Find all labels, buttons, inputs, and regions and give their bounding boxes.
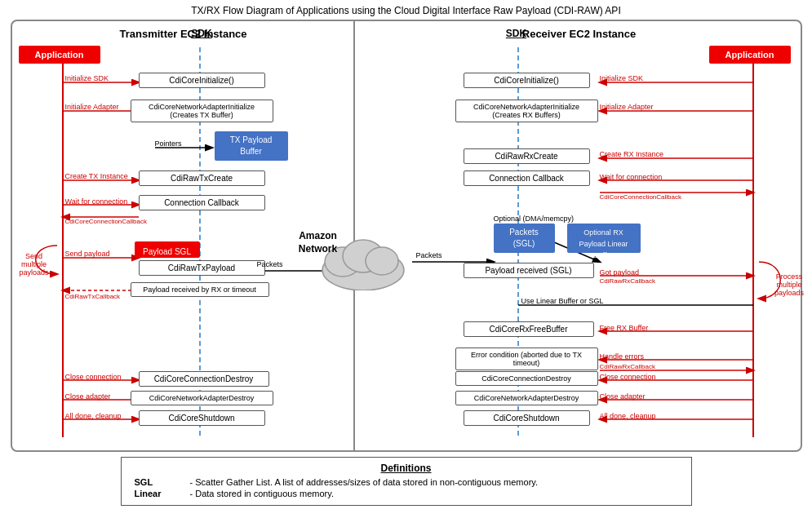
def-term-linear: Linear (135, 489, 184, 498)
rx-conn-callback: Connection Callback (464, 170, 590, 186)
tx-close-adapter-label: Close adapter (65, 392, 111, 401)
rx-error-condition: Error condition (aborted due to TXtimeou… (455, 348, 598, 370)
rx-create-instance-label: Create RX Instance (600, 150, 664, 158)
tx-payload-buffer: TX PayloadBuffer (215, 131, 288, 161)
tx-wait-conn-label: Wait for connection (65, 197, 128, 206)
tx-app-box: Application (19, 46, 100, 64)
tx-cdi-conn-callback-label: CdiCoreConnectionCallback (65, 218, 148, 225)
rx-payload-received: Payload received (SGL) (464, 263, 594, 278)
tx-payload-received: Payload received by RX or timeout (131, 282, 269, 297)
rx-conn-destroy: CdiCoreConnectionDestroy (455, 371, 598, 386)
def-row-linear: Linear - Data stored in contiguous memor… (135, 489, 678, 498)
rx-optional-linear: Optional RXPayload LinearBuffer (567, 224, 641, 253)
rx-all-done-label: All done, cleanup (600, 412, 656, 420)
rx-packets-sgl: Packets(SGL) (494, 224, 555, 253)
tx-init-sdk-label: Initialize SDK (65, 74, 109, 82)
tx-adapter-destroy: CdiCoreNetworkAdapterDestroy (131, 391, 273, 405)
tx-packets-label: Packets (257, 260, 283, 268)
rx-sdk-core-init: CdiCoreInitialize() (464, 73, 590, 88)
rx-process-multiple-label: Process multiplepayloads (767, 272, 812, 297)
tx-conn-callback: Connection Callback (139, 195, 265, 210)
rx-optional-dma-label: Optional (DMA/memcpy) (494, 215, 575, 223)
rx-init-adapter-label: Initialize Adapter (600, 103, 654, 111)
rx-free-buffer: CdiCoreRxFreeBuffer (464, 321, 594, 337)
amazon-network-cloud: AmazonNetwork (318, 225, 408, 290)
def-desc-linear: - Data stored in contiguous memory. (190, 489, 334, 498)
rx-cdi-conn-callback-label: CdiCoreConnectionCallback (600, 193, 682, 201)
svg-point-34 (366, 247, 398, 275)
rx-raw-create: CdiRawRxCreate (464, 148, 590, 164)
rx-shutdown: CdiCoreShutdown (464, 410, 590, 426)
rx-handle-errors-label: Handle errors (600, 352, 645, 361)
tx-send-payload-label: Send payload (65, 250, 110, 258)
rx-adapter-destroy: CdiCoreNetworkAdapterDestroy (455, 391, 598, 405)
rx-free-buffer-label: Free RX Buffer (600, 324, 649, 332)
tx-sdk-header: SDK (139, 28, 265, 39)
tx-all-done-label: All done, cleanup (65, 412, 122, 420)
diagram-area: Transmitter EC2 Instance Application SDK… (11, 20, 802, 452)
rx-sdk-header: SDK (451, 28, 582, 39)
def-row-sgl: SGL - Scatter Gather List. A list of add… (135, 477, 678, 487)
def-term-sgl: SGL (135, 477, 184, 487)
tx-send-multiple-label: Send multiplepayloads (14, 252, 55, 277)
tx-raw-callback-label: CdiRawTxCallback (65, 293, 121, 300)
rx-raw-callback-error-label: CdiRawRxCallback (600, 363, 655, 370)
tx-close-conn-label: Close connection (65, 373, 122, 381)
tx-conn-destroy: CdiCoreConnectionDestroy (139, 371, 269, 387)
tx-payload-sgl: Payload SGL (135, 241, 200, 258)
rx-init-sdk-label: Initialize SDK (600, 74, 644, 82)
rx-use-linear-label: Use Linear Buffer or SGL (521, 297, 604, 305)
def-desc-sgl: - Scatter Gather List. A list of address… (190, 477, 539, 487)
tx-sdk-adapter-init: CdiCoreNetworkAdapterInitialize(Creates … (131, 100, 273, 122)
rx-close-conn-label: Close connection (600, 373, 656, 381)
tx-pointers-label: Pointers (155, 139, 182, 148)
tx-shutdown: CdiCoreShutdown (139, 410, 265, 426)
rx-wait-conn-label: Wait for connection (600, 173, 663, 181)
page-title: TX/RX Flow Diagram of Applications using… (191, 0, 620, 20)
tx-raw-payload: CdiRawTxPayload (139, 260, 265, 276)
rx-packets-label: Packets (416, 251, 442, 259)
definitions-title: Definitions (135, 463, 678, 474)
tx-raw-create: CdiRawTxCreate (139, 170, 265, 186)
rx-app-box: Application (709, 46, 791, 64)
tx-init-adapter-label: Initialize Adapter (65, 103, 119, 111)
rx-close-adapter-label: Close adapter (600, 392, 646, 401)
rx-sdk-adapter-init: CdiCoreNetworkAdapterInitialize(Creates … (455, 100, 598, 122)
main-container: TX/RX Flow Diagram of Applications using… (0, 0, 812, 506)
definitions-box: Definitions SGL - Scatter Gather List. A… (121, 457, 692, 506)
tx-create-instance-label: Create TX Instance (65, 172, 128, 180)
rx-raw-callback-label: CdiRawRxCallback (600, 277, 655, 285)
tx-sdk-core-init: CdiCoreInitialize() (139, 73, 265, 88)
amazon-network-label: AmazonNetwork (273, 230, 363, 255)
rx-got-payload-label: Got payload (600, 268, 640, 277)
